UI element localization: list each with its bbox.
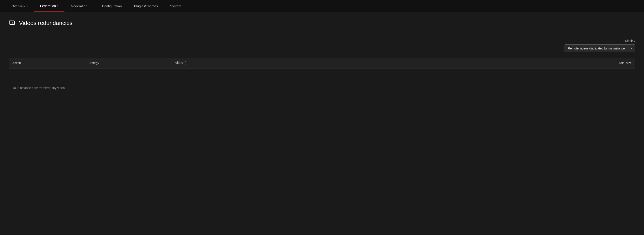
nav-label-system: System bbox=[170, 4, 181, 8]
nav-label-plugins: Plugins/Themes bbox=[134, 4, 158, 8]
nav-label-moderation: Moderation bbox=[70, 4, 87, 8]
display-label: Display bbox=[625, 39, 635, 43]
page-content: Videos redundancies Display Remote video… bbox=[0, 12, 644, 97]
nav-item-federation[interactable]: Federation ▾ bbox=[34, 0, 65, 12]
sort-icon: ↑ ↓ bbox=[185, 61, 186, 65]
redundancies-table: Action Strategy Video ↑ ↓ Total size bbox=[9, 58, 635, 69]
table-header-row: Action Strategy Video ↑ ↓ Total size bbox=[9, 58, 635, 69]
display-select[interactable]: Remote videos duplicated by my instance … bbox=[564, 44, 635, 52]
svg-marker-1 bbox=[12, 22, 14, 24]
nav-item-overview[interactable]: Overview ▾ bbox=[5, 0, 34, 12]
nav-item-system[interactable]: System ▾ bbox=[164, 0, 190, 12]
col-header-action: Action bbox=[9, 58, 84, 69]
empty-state-message: Your instance doesn't mirror any video. bbox=[9, 86, 635, 90]
chevron-down-icon: ▾ bbox=[88, 5, 90, 7]
nav-item-plugins[interactable]: Plugins/Themes bbox=[128, 0, 164, 12]
page-title: Videos redundancies bbox=[19, 20, 72, 27]
chevron-down-icon: ▾ bbox=[27, 5, 28, 7]
col-header-video[interactable]: Video ↑ ↓ bbox=[172, 58, 548, 69]
col-header-strategy: Strategy bbox=[84, 58, 172, 69]
page-header: Videos redundancies bbox=[9, 20, 635, 30]
nav-label-configuration: Configuration bbox=[102, 4, 122, 8]
nav-label-federation: Federation bbox=[40, 4, 56, 8]
top-navigation: Overview ▾ Federation ▾ Moderation ▾ Con… bbox=[0, 0, 644, 12]
nav-item-moderation[interactable]: Moderation ▾ bbox=[64, 0, 96, 12]
chevron-down-icon: ▾ bbox=[57, 5, 58, 7]
nav-label-overview: Overview bbox=[12, 4, 26, 8]
chevron-down-icon: ▾ bbox=[182, 5, 184, 7]
video-redundancies-icon bbox=[9, 20, 16, 27]
nav-item-configuration[interactable]: Configuration bbox=[96, 0, 128, 12]
display-control: Display Remote videos duplicated by my i… bbox=[9, 39, 635, 52]
col-header-total-size: Total size bbox=[548, 58, 635, 69]
display-select-wrapper: Remote videos duplicated by my instance … bbox=[564, 44, 635, 52]
